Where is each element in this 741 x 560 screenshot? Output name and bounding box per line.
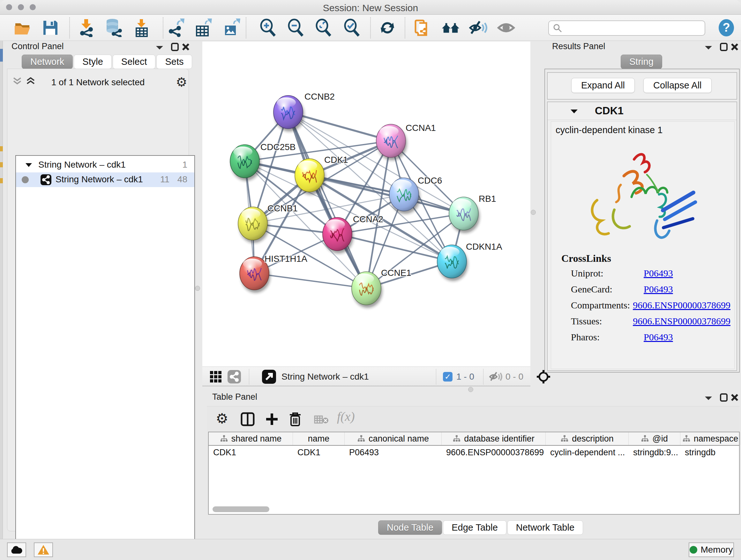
- horizontal-scrollbar-thumb[interactable]: [212, 506, 269, 512]
- bottom-splitter-handle[interactable]: [468, 387, 473, 392]
- table-cell[interactable]: cyclin-dependent ...: [546, 446, 629, 459]
- gene-header-row[interactable]: CDK1: [548, 102, 737, 120]
- grid-view-button[interactable]: [209, 369, 222, 384]
- table-header-row: shared namenamecanonical namedatabase id…: [209, 432, 739, 446]
- main-toolbar: ?: [0, 15, 741, 41]
- cloud-status-button[interactable]: [7, 543, 26, 557]
- zoom-fit-button[interactable]: [314, 18, 333, 37]
- column-header-name[interactable]: name: [293, 432, 345, 445]
- selected-counts: ✓ 1 - 0: [443, 369, 474, 384]
- network-collection-row[interactable]: String Network – cdk1 1: [16, 159, 194, 172]
- export-image-button[interactable]: [222, 18, 241, 37]
- table-cell[interactable]: stringdb:9...: [629, 446, 680, 459]
- open-session-button[interactable]: [13, 18, 32, 37]
- table-panel-float-icon[interactable]: [704, 395, 713, 401]
- table-cell[interactable]: CDK1: [293, 446, 345, 459]
- tab-edge-table[interactable]: Edge Table: [443, 520, 507, 535]
- delete-column-icon[interactable]: [288, 412, 302, 427]
- right-splitter-handle[interactable]: [531, 210, 536, 215]
- network-view-mode-button[interactable]: [227, 369, 241, 384]
- column-header-id[interactable]: @id: [629, 432, 680, 445]
- tab-network[interactable]: Network: [22, 55, 73, 69]
- table-cell[interactable]: CDK1: [209, 446, 293, 459]
- warnings-button[interactable]: [34, 543, 53, 557]
- network-node-ccnb2[interactable]: [273, 96, 304, 132]
- search-input[interactable]: [548, 20, 705, 36]
- node-label-cdc25b: CDC25B: [260, 142, 295, 152]
- control-panel-undock-icon[interactable]: [171, 43, 179, 51]
- crosslink-label: Compartments:: [571, 300, 633, 311]
- selected-checkbox-icon[interactable]: ✓: [443, 372, 453, 381]
- network-edge[interactable]: [254, 273, 366, 288]
- show-all-button[interactable]: [496, 18, 516, 37]
- network-node-cdkn1a[interactable]: [437, 245, 468, 281]
- zoom-in-button[interactable]: [259, 18, 278, 37]
- tab-style[interactable]: Style: [74, 55, 111, 69]
- crosslink-link[interactable]: P06493: [644, 332, 673, 343]
- network-node-ccne1[interactable]: [352, 272, 382, 308]
- collapse-all-button[interactable]: Collapse All: [643, 78, 712, 93]
- network-options-gear-icon[interactable]: ⚙: [176, 75, 187, 89]
- control-panel-float-icon[interactable]: [155, 45, 164, 51]
- import-table-button[interactable]: [132, 18, 151, 37]
- network-node-cdc25b[interactable]: [230, 145, 261, 181]
- export-network-button[interactable]: [166, 18, 185, 37]
- help-button[interactable]: ?: [717, 18, 736, 37]
- node-gloss: [393, 180, 412, 190]
- first-neighbors-button[interactable]: [441, 18, 460, 37]
- table-options-gear-icon[interactable]: ⚙: [216, 410, 228, 427]
- tab-network-table[interactable]: Network Table: [508, 520, 583, 535]
- results-panel-close-icon[interactable]: [731, 43, 738, 51]
- network-node-cdk1[interactable]: [295, 159, 326, 195]
- import-network-from-database-button[interactable]: [104, 18, 123, 37]
- network-canvas[interactable]: CCNB2CCNA1CDC25BCDK1CDC6RB1CCNB1CCNA2CDK…: [202, 42, 530, 367]
- tab-select[interactable]: Select: [113, 55, 156, 69]
- table-cell[interactable]: P06493: [345, 446, 442, 459]
- table-row[interactable]: CDK1CDK1P064939606.ENSP00000378699cyclin…: [209, 446, 739, 459]
- import-network-button[interactable]: [77, 18, 96, 37]
- network-tree: String Network – cdk1 1 String Network –…: [15, 155, 195, 560]
- show-columns-icon[interactable]: [241, 412, 255, 426]
- export-table-button[interactable]: [194, 18, 213, 37]
- left-splitter-handle[interactable]: [195, 286, 200, 291]
- tree-expander-icon[interactable]: [25, 162, 32, 168]
- control-panel-close-icon[interactable]: [182, 43, 190, 51]
- add-column-icon[interactable]: [265, 412, 279, 426]
- node-label-ccnb1: CCNB1: [267, 203, 298, 213]
- gene-expander-icon[interactable]: [570, 109, 578, 114]
- results-panel-undock-icon[interactable]: [720, 43, 728, 51]
- column-header-database-identifier[interactable]: database identifier: [442, 432, 546, 445]
- column-header-shared-name[interactable]: shared name: [209, 432, 293, 445]
- save-session-button[interactable]: [41, 18, 60, 37]
- memory-button[interactable]: Memory: [689, 543, 734, 557]
- tab-sets[interactable]: Sets: [156, 55, 192, 69]
- crosslink-link[interactable]: 9606.ENSP00000378699: [633, 300, 731, 311]
- crosslink-link[interactable]: 9606.ENSP00000378699: [633, 316, 731, 327]
- column-header-namespace[interactable]: namespace: [680, 432, 740, 445]
- crosslink-link[interactable]: P06493: [644, 284, 673, 295]
- expand-all-button[interactable]: Expand All: [571, 78, 635, 93]
- table-cell[interactable]: stringdb: [680, 446, 740, 459]
- zoom-out-button[interactable]: [286, 18, 306, 37]
- results-panel-float-icon[interactable]: [704, 45, 713, 51]
- column-header-description[interactable]: description: [546, 432, 629, 445]
- network-node-rb1[interactable]: [449, 197, 480, 233]
- column-header-canonical-name[interactable]: canonical name: [345, 432, 442, 445]
- edge-artifact: [0, 146, 3, 151]
- apply-layout-button[interactable]: [378, 18, 397, 37]
- table-panel-close-icon[interactable]: [731, 393, 738, 401]
- tab-node-table[interactable]: Node Table: [378, 520, 442, 535]
- gene-details: cyclin-dependent kinase 1: [551, 121, 735, 369]
- open-view-in-new-window-button[interactable]: [262, 369, 276, 384]
- table-cell[interactable]: 9606.ENSP00000378699: [442, 446, 546, 459]
- network-node-ccna1[interactable]: [376, 124, 407, 160]
- hide-selected-button[interactable]: [469, 18, 488, 37]
- clone-network-button[interactable]: [413, 18, 432, 37]
- network-row-selected[interactable]: String Network – cdk1 11 48: [16, 172, 194, 187]
- table-panel-undock-icon[interactable]: [720, 393, 728, 401]
- clone-network-icon: [413, 18, 431, 37]
- zoom-selected-button[interactable]: [342, 18, 361, 37]
- crosslink-link[interactable]: P06493: [644, 268, 673, 279]
- network-graph[interactable]: CCNB2CCNA1CDC25BCDK1CDC6RB1CCNB1CCNA2CDK…: [202, 42, 530, 367]
- tab-string[interactable]: String: [621, 55, 662, 69]
